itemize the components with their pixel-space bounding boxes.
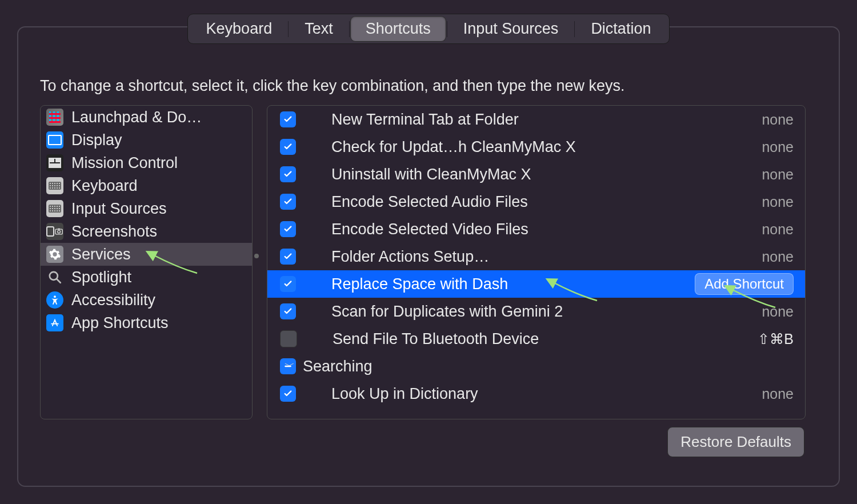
sidebar-item-mission-control[interactable]: Mission Control (41, 151, 252, 174)
shortcut-group-searching[interactable]: ﹀ Searching (267, 353, 805, 380)
sidebar-item-services[interactable]: Services (41, 243, 252, 266)
checkbox[interactable] (280, 194, 296, 210)
tab-keyboard[interactable]: Keyboard (191, 17, 287, 41)
group-name: Searching (303, 358, 794, 375)
launchpad-icon (46, 109, 63, 126)
shortcut-value[interactable]: none (754, 386, 794, 402)
sidebar-item-label: Mission Control (71, 154, 178, 172)
shortcut-value[interactable]: none (754, 221, 794, 238)
keyboard-icon (46, 177, 63, 194)
sidebar-item-app-shortcuts[interactable]: App Shortcuts (41, 311, 252, 334)
shortcut-row[interactable]: Send File To Bluetooth Device ⇧⌘B (267, 325, 805, 353)
shortcut-row[interactable]: Look Up in Dictionary none (267, 380, 805, 407)
tab-separator (288, 21, 289, 37)
checkbox[interactable] (280, 249, 296, 265)
sidebar-item-spotlight[interactable]: Spotlight (41, 266, 252, 289)
checkbox[interactable] (280, 139, 296, 155)
checkbox[interactable] (280, 166, 296, 182)
category-sidebar[interactable]: Launchpad & Do… Display Mission Control … (40, 105, 253, 419)
checkbox[interactable] (280, 221, 296, 237)
shortcut-name: Encode Selected Audio Files (331, 193, 754, 211)
shortcut-row[interactable]: Check for Updat…h CleanMyMac X none (267, 133, 805, 161)
shortcut-value[interactable]: ⇧⌘B (750, 331, 794, 347)
app-shortcuts-icon (46, 314, 63, 331)
sidebar-item-label: Display (71, 131, 122, 149)
add-shortcut-button[interactable]: Add Shortcut (695, 273, 794, 295)
shortcut-name: Encode Selected Video Files (331, 221, 754, 238)
checkbox[interactable] (280, 276, 296, 292)
shortcut-name: Uninstall with CleanMyMac X (331, 166, 754, 183)
magnifier-icon (46, 269, 63, 286)
sidebar-item-label: Accessibility (71, 291, 155, 309)
content-columns: Launchpad & Do… Display Mission Control … (40, 105, 806, 419)
svg-point-1 (58, 230, 61, 233)
sidebar-item-label: Services (71, 246, 131, 263)
checkbox[interactable] (280, 111, 296, 127)
svg-rect-2 (58, 229, 60, 230)
svg-line-4 (57, 279, 61, 283)
tab-bar-inner: Keyboard Text Shortcuts Input Sources Di… (187, 14, 670, 44)
shortcut-row[interactable]: Encode Selected Audio Files none (267, 188, 805, 215)
sidebar-item-keyboard[interactable]: Keyboard (41, 174, 252, 197)
shortcut-value[interactable]: none (754, 194, 794, 210)
tab-text[interactable]: Text (290, 17, 348, 41)
sidebar-item-label: Launchpad & Do… (71, 109, 202, 126)
shortcut-name: Folder Actions Setup… (331, 248, 754, 266)
shortcut-row[interactable]: Scan for Duplicates with Gemini 2 none (267, 298, 805, 325)
instruction-text: To change a shortcut, select it, click t… (40, 77, 625, 95)
sidebar-item-label: Spotlight (71, 269, 131, 286)
shortcut-row[interactable]: Folder Actions Setup… none (267, 243, 805, 270)
shortcut-name: New Terminal Tab at Folder (331, 111, 754, 129)
tab-separator (349, 21, 350, 37)
tab-bar: Keyboard Text Shortcuts Input Sources Di… (17, 14, 840, 44)
tab-separator (574, 21, 575, 37)
shortcut-value[interactable]: none (754, 111, 794, 128)
sidebar-item-label: Keyboard (71, 177, 138, 195)
restore-defaults-button[interactable]: Restore Defaults (667, 427, 804, 457)
keyboard-icon (46, 200, 63, 217)
checkbox[interactable] (280, 386, 296, 402)
checkbox[interactable] (280, 303, 296, 319)
sidebar-item-screenshots[interactable]: Screenshots (41, 220, 252, 243)
sidebar-item-input-sources[interactable]: Input Sources (41, 197, 252, 220)
shortcut-value[interactable]: none (754, 166, 794, 183)
sidebar-item-label: Screenshots (71, 223, 157, 241)
tab-separator (447, 21, 447, 37)
shortcut-name: Check for Updat…h CleanMyMac X (331, 138, 754, 156)
accessibility-icon (46, 291, 63, 309)
shortcut-name: Look Up in Dictionary (331, 385, 754, 403)
mission-control-icon (46, 154, 63, 171)
screenshots-icon (46, 223, 63, 240)
sidebar-item-launchpad[interactable]: Launchpad & Do… (41, 106, 252, 129)
shortcut-row-selected[interactable]: Replace Space with Dash Add Shortcut (267, 270, 805, 298)
shortcut-name: Scan for Duplicates with Gemini 2 (331, 303, 754, 321)
shortcut-name: Replace Space with Dash (331, 275, 695, 293)
display-icon (46, 131, 63, 149)
tab-shortcuts[interactable]: Shortcuts (351, 17, 446, 41)
sidebar-item-label: App Shortcuts (71, 314, 169, 332)
sidebar-item-accessibility[interactable]: Accessibility (41, 289, 252, 311)
shortcut-name: Send File To Bluetooth Device (333, 330, 750, 348)
checkbox[interactable] (280, 330, 297, 347)
keyboard-preferences-window: Keyboard Text Shortcuts Input Sources Di… (0, 0, 857, 504)
shortcut-row[interactable]: Uninstall with CleanMyMac X none (267, 161, 805, 188)
shortcut-row[interactable]: New Terminal Tab at Folder none (267, 106, 805, 133)
tab-input-sources[interactable]: Input Sources (448, 17, 574, 41)
tab-dictation[interactable]: Dictation (576, 17, 666, 41)
chevron-down-icon[interactable]: ﹀ (285, 359, 295, 373)
shortcut-value[interactable]: none (754, 249, 794, 265)
shortcut-list[interactable]: New Terminal Tab at Folder none Check fo… (267, 105, 806, 419)
sidebar-item-label: Input Sources (71, 200, 167, 218)
shortcut-value[interactable]: none (754, 139, 794, 155)
sidebar-item-display[interactable]: Display (41, 129, 252, 151)
shortcut-value[interactable]: none (754, 303, 794, 320)
sidebar-indicator-dot (254, 254, 259, 258)
gear-icon (46, 246, 63, 263)
shortcut-row[interactable]: Encode Selected Video Files none (267, 215, 805, 243)
svg-rect-0 (55, 229, 62, 234)
svg-point-5 (54, 295, 56, 298)
